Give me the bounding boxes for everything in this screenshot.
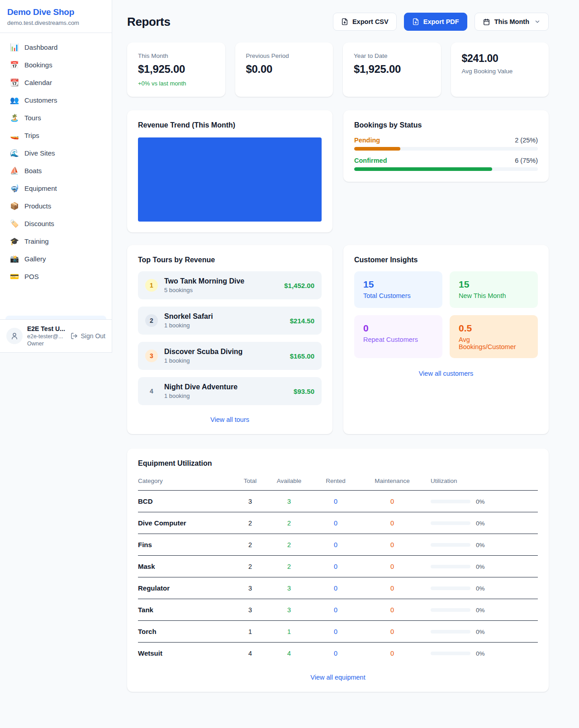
sidebar-item-calendar[interactable]: 📆 Calendar (5, 74, 106, 91)
tours-icon: 🏝️ (10, 113, 19, 122)
stat-label: Previous Period (246, 52, 323, 59)
utilization-bar (431, 586, 470, 590)
export-csv-button[interactable]: Export CSV (333, 13, 397, 31)
insight-tile-repeat-customers: 0 Repeat Customers (354, 315, 442, 358)
cell-total: 1 (233, 621, 267, 643)
sidebar-item-gallery[interactable]: 📸 Gallery (5, 250, 106, 268)
sign-out-button[interactable]: Sign Out (71, 332, 105, 340)
view-all-customers-link[interactable]: View all customers (354, 370, 538, 377)
sidebar-item-bookings[interactable]: 📅 Bookings (5, 56, 106, 74)
cell-rented: 0 (311, 577, 361, 599)
cell-available: 2 (267, 512, 311, 534)
insight-label: Total Customers (363, 292, 433, 299)
view-all-equipment-link[interactable]: View all equipment (138, 674, 538, 681)
sidebar-item-label: POS (24, 273, 39, 280)
insight-tile-avg-bookings: 0.5 Avg Bookings/Customer (450, 315, 538, 358)
sidebar-item-trips[interactable]: 🚤 Trips (5, 127, 106, 144)
sidebar-item-label: Trips (24, 132, 39, 139)
sidebar-item-tours[interactable]: 🏝️ Tours (5, 109, 106, 127)
status-row-pending: Pending 2 (25%) (354, 137, 538, 151)
sidebar-item-dashboard[interactable]: 📊 Dashboard (5, 38, 106, 56)
utilization-bar (431, 521, 470, 525)
sidebar-item-customers[interactable]: 👥 Customers (5, 91, 106, 109)
sidebar-item-label: Training (24, 237, 49, 245)
sidebar-item-label: Bookings (24, 61, 52, 69)
cell-maintenance: 0 (361, 599, 424, 621)
status-label: Confirmed (354, 157, 387, 164)
insight-tile-total-customers: 15 Total Customers (354, 271, 442, 308)
avatar (6, 328, 23, 344)
rank-badge: 1 (145, 279, 158, 292)
tour-name: Discover Scuba Diving (164, 348, 284, 356)
table-row: Fins 2 2 0 0 0% (138, 534, 538, 556)
export-pdf-button[interactable]: Export PDF (404, 13, 467, 31)
status-row-confirmed: Confirmed 6 (75%) (354, 157, 538, 171)
utilization-percent: 0% (476, 542, 485, 548)
rank-badge: 3 (145, 350, 158, 362)
sidebar-item-label: Gallery (24, 255, 46, 263)
main-content: Reports Export CSV Export PDF This Month (112, 0, 579, 723)
sidebar-item-label: Equipment (24, 184, 57, 192)
cell-maintenance: 0 (361, 512, 424, 534)
column-header-available: Available (267, 474, 311, 491)
shop-header: Demo Dive Shop demo.test.divestreams.com (0, 0, 112, 33)
stat-card-previous-period: Previous Period $0.00 (235, 43, 333, 97)
insight-label: New This Month (459, 292, 529, 299)
tour-bookings: 1 booking (164, 392, 287, 399)
tour-bookings: 5 bookings (164, 287, 278, 293)
cell-available: 2 (267, 534, 311, 556)
bookings-by-status-title: Bookings by Status (354, 121, 538, 129)
cell-total: 3 (233, 491, 267, 512)
progress-fill (354, 147, 400, 151)
sidebar-item-dive-sites[interactable]: 🌊 Dive Sites (5, 144, 106, 162)
equipment-table: Category Total Available Rented Maintena… (138, 474, 538, 664)
stat-card-year-to-date: Year to Date $1,925.00 (343, 43, 441, 97)
tour-row: 1 Two Tank Morning Dive 5 bookings $1,45… (138, 271, 322, 299)
sidebar: Demo Dive Shop demo.test.divestreams.com… (0, 0, 112, 353)
stat-label: Year to Date (354, 52, 430, 59)
sidebar-item-label: Tours (24, 114, 41, 122)
stat-value: $1,925.00 (354, 63, 430, 76)
charts-row: Revenue Trend (This Month) Bookings by S… (127, 110, 549, 232)
export-pdf-label: Export PDF (423, 18, 459, 25)
utilization-bar (431, 630, 470, 633)
export-csv-label: Export CSV (352, 18, 389, 25)
utilization-percent: 0% (476, 650, 485, 657)
period-select-button[interactable]: This Month (475, 13, 549, 31)
sidebar-item-boats[interactable]: ⛵ Boats (5, 162, 106, 180)
sidebar-item-reports-partial[interactable] (5, 316, 106, 319)
cell-available: 4 (267, 643, 311, 664)
gallery-icon: 📸 (10, 255, 19, 263)
cell-category: Dive Computer (138, 512, 233, 534)
products-icon: 📦 (10, 202, 19, 210)
insight-value: 0 (363, 323, 433, 334)
insight-value: 15 (363, 279, 433, 290)
utilization-percent: 0% (476, 498, 485, 505)
sidebar-item-label: Dashboard (24, 43, 57, 51)
tour-row: 4 Night Dive Adventure 1 booking $93.50 (138, 377, 322, 405)
cell-maintenance: 0 (361, 534, 424, 556)
equipment-utilization-title: Equipment Utilization (138, 459, 538, 468)
tour-bookings: 1 booking (164, 322, 284, 329)
stat-label: Avg Booking Value (462, 68, 538, 75)
sidebar-item-equipment[interactable]: 🤿 Equipment (5, 180, 106, 197)
sidebar-item-discounts[interactable]: 🏷️ Discounts (5, 215, 106, 232)
stat-value: $1,925.00 (138, 63, 214, 76)
sidebar-item-pos[interactable]: 💳 POS (5, 268, 106, 285)
cell-rented: 0 (311, 643, 361, 664)
cell-category: BCD (138, 491, 233, 512)
table-row: BCD 3 3 0 0 0% (138, 491, 538, 512)
chevron-down-icon (534, 19, 541, 25)
sidebar-item-training[interactable]: 🎓 Training (5, 232, 106, 250)
pos-icon: 💳 (10, 272, 19, 281)
status-count: 2 (25%) (515, 137, 538, 144)
sidebar-item-products[interactable]: 📦 Products (5, 197, 106, 215)
shop-name: Demo Dive Shop (7, 7, 104, 17)
utilization-percent: 0% (476, 585, 485, 592)
period-label: This Month (494, 18, 529, 25)
file-download-icon (341, 18, 348, 25)
rank-badge: 4 (145, 385, 158, 397)
cell-available: 1 (267, 621, 311, 643)
rank-badge: 2 (145, 314, 158, 327)
view-all-tours-link[interactable]: View all tours (138, 416, 322, 423)
